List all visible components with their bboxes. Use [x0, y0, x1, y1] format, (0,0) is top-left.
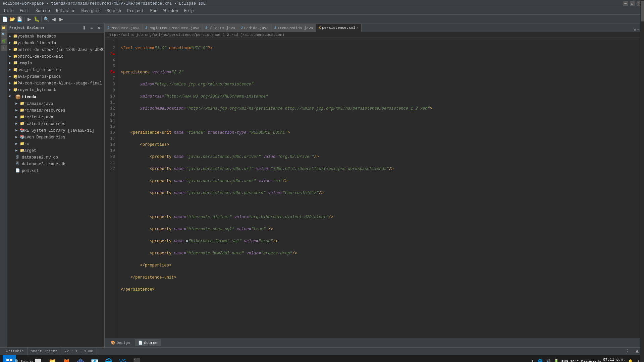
code-line-1: <?xml version="1.0" encoding="UTF-8"?> — [121, 45, 641, 51]
tree-item-src-main-resources[interactable]: ▶ 📁 src/main/resources — [7, 107, 104, 114]
tree-item-bytebank-libreria[interactable]: ▶ 📁 bytebank-libreria — [7, 40, 104, 47]
tree-item-bytebank-heredado[interactable]: ▶ 📁 bytebank_heredado — [7, 33, 104, 40]
tab-icon: J — [274, 26, 276, 30]
tab-items-pedido[interactable]: J ItemsPedido.java — [272, 24, 316, 32]
taskbar-network[interactable]: 🌐 — [537, 359, 543, 362]
side-icon-git[interactable]: 🌿 — [1, 38, 7, 44]
tree-label: control-de-stock (in 1846-Java-y-JDBC-Tr… — [15, 48, 104, 52]
tree-label: tienda — [22, 95, 36, 100]
menu-source[interactable]: Source — [33, 8, 53, 14]
line-num: 5 — [107, 63, 115, 69]
menu-run[interactable]: Run — [148, 8, 160, 14]
code-editor[interactable]: 1 2 3● 4 5 6● 7 8 9 10 11 12 13 14 15 16 — [105, 38, 644, 338]
window-controls: ─ □ ✕ — [623, 1, 641, 6]
tab-registro[interactable]: J RegistroDeProducto.java — [143, 24, 203, 32]
tree-item-src-test-java[interactable]: ▶ 📁 src/test/java — [7, 114, 104, 121]
taskbar-search[interactable]: 🔍 Buscar — [18, 356, 30, 362]
menu-search[interactable]: Search — [104, 8, 124, 14]
tree-item-pom[interactable]: 📄 pom.xml — [7, 168, 104, 174]
menu-window[interactable]: Window — [161, 8, 180, 14]
side-icon-explorer[interactable]: 📁 — [1, 25, 7, 31]
tab-close[interactable]: ✕ — [357, 26, 359, 30]
tree-item-control-de-stock[interactable]: ▶ 📁 control-de-stock (in 1846-Java-y-JDB… — [7, 47, 104, 53]
menu-help[interactable]: Help — [181, 8, 197, 14]
toolbar-new[interactable]: 📄 — [1, 16, 8, 22]
taskbar-terminal[interactable]: ⬛ — [131, 356, 143, 362]
taskbar-mail[interactable]: 📧 — [89, 356, 101, 362]
tree-item-src[interactable]: ▶ 📁 src — [7, 141, 104, 147]
taskbar-battery[interactable]: 🔋 — [553, 359, 559, 362]
tree-item-tienda[interactable]: ▼ 📦 tienda — [7, 94, 104, 101]
pe-close[interactable]: ✕ — [96, 24, 102, 31]
maximize-button[interactable]: □ — [630, 1, 635, 6]
line-num: 9 — [107, 87, 115, 94]
status-menu[interactable]: ⋮ — [622, 348, 633, 355]
folder-icon: ▶ 📁 — [15, 121, 21, 127]
tab-pedido[interactable]: J Pedido.java — [238, 24, 272, 32]
tree-item-src-main-java[interactable]: ▶ 📁 src/main/java — [7, 101, 104, 107]
menu-navigate[interactable]: Navigate — [78, 8, 103, 14]
tab-producto[interactable]: J Producto.java — [105, 24, 143, 32]
folder-icon: ▶ 📁 — [15, 141, 21, 147]
code-line-20: </persistence-unit> — [121, 275, 641, 281]
status-position: 22 : 1 : 1080 — [61, 348, 97, 355]
menu-edit[interactable]: Edit — [17, 8, 32, 14]
tree-item-jre[interactable]: ▶ 📚 JRE System Library [JavaSE-11] — [7, 127, 104, 134]
taskbar-explorer[interactable]: 📁 — [46, 356, 58, 362]
tree-item-target[interactable]: ▶ 📁 target — [7, 147, 104, 154]
scrollbar-track[interactable] — [640, 38, 644, 338]
folder-icon: ▶ 📁 — [9, 34, 14, 39]
tab-source[interactable]: 📄 Source — [135, 339, 161, 346]
tab-persistence[interactable]: X persistence.xml ✕ — [316, 24, 362, 32]
taskbar-browser1[interactable]: 🦊 — [60, 356, 72, 362]
taskbar-clock[interactable]: 07:11 p.m. 08/09/2023 — [603, 358, 625, 362]
pe-collapse[interactable]: ⬆ — [81, 24, 88, 31]
tree-item-java-pila[interactable]: ▶ 📁 java_pila_ejecucion — [7, 67, 104, 73]
toolbar-save[interactable]: 💾 — [16, 16, 23, 22]
menu-refactor[interactable]: Refactor — [53, 8, 78, 14]
tab-list-icon[interactable]: ≡ — [634, 28, 636, 32]
tree-item-maven[interactable]: ▶ 📚 Maven Dependencies — [7, 134, 104, 141]
taskbar-eclipse[interactable] — [74, 356, 87, 362]
tree-item-ejemplo[interactable]: ▶ 📁 Ejemplo — [7, 60, 104, 67]
taskbar-task-view[interactable]: ⬜ — [32, 356, 44, 362]
tree-item-proyecto-bytebank[interactable]: ▶ 📁 proyecto_bytebank — [7, 87, 104, 94]
menu-project[interactable]: Project — [124, 8, 147, 14]
taskbar-sound[interactable]: 🔊 — [545, 359, 551, 362]
status-bar: Writable Smart Insert 22 : 1 : 1080 ⋮ ▲ — [0, 347, 644, 355]
tab-design[interactable]: 🎨 Design — [107, 339, 133, 346]
tree-item-jpa[interactable]: ▶ 📁 JPA-con-hibernate-Alura--stage-final — [7, 80, 104, 87]
bottom-tabs-area: 🎨 Design 📄 Source — [105, 338, 644, 347]
tab-icon: J — [145, 26, 147, 30]
tab-cliente[interactable]: J Cliente.java — [203, 24, 238, 32]
toolbar-run[interactable]: ▶ — [26, 16, 33, 22]
line-num: 1 — [107, 39, 115, 45]
toolbar-back[interactable]: ◀ — [50, 16, 57, 22]
menu-file[interactable]: File — [1, 8, 16, 14]
line-num: 16 — [107, 130, 115, 136]
minimize-button[interactable]: ─ — [623, 1, 628, 6]
tree-item-db2[interactable]: 🗄 database2.trace.db — [7, 161, 104, 168]
code-content[interactable]: <?xml version="1.0" encoding="UTF-8"?> <… — [118, 38, 644, 338]
side-icon-search[interactable]: 🔍 — [1, 32, 7, 38]
taskbar-language[interactable]: ENG — [561, 360, 568, 362]
taskbar-notification[interactable]: 🔔 — [627, 359, 633, 362]
tab-label: Design — [117, 341, 130, 345]
taskbar-arrow-up[interactable]: ∧ — [529, 359, 535, 362]
taskbar-vscode[interactable]: VS — [117, 356, 129, 362]
toolbar-search[interactable]: 🔍 — [43, 16, 50, 22]
toolbar-open[interactable]: 📂 — [9, 16, 15, 22]
toolbar-forward[interactable]: ▶ — [58, 16, 64, 22]
tree-item-src-test-resources[interactable]: ▶ 📁 src/test/resources — [7, 121, 104, 127]
tab-minimize-icon[interactable]: ─ — [637, 28, 639, 32]
tree-item-control-de-stock-mio[interactable]: ▶ 📁 control-de-stock-mio — [7, 53, 104, 60]
taskbar-chrome[interactable]: 🌐 — [103, 356, 115, 362]
pe-menu[interactable]: ≡ — [88, 24, 95, 31]
tree-label: JRE System Library [JavaSE-11] — [22, 128, 94, 133]
tree-item-db1[interactable]: 🗄 database2.mv.db — [7, 154, 104, 161]
toolbar-debug[interactable]: 🐛 — [33, 16, 40, 22]
line-num: 4 — [107, 57, 115, 63]
side-icon-task[interactable]: ✓ — [1, 45, 7, 51]
tab-label: persistence.xml — [322, 26, 355, 30]
tree-item-java-primeros[interactable]: ▶ 📁 java-primeros-pasos — [7, 73, 104, 80]
